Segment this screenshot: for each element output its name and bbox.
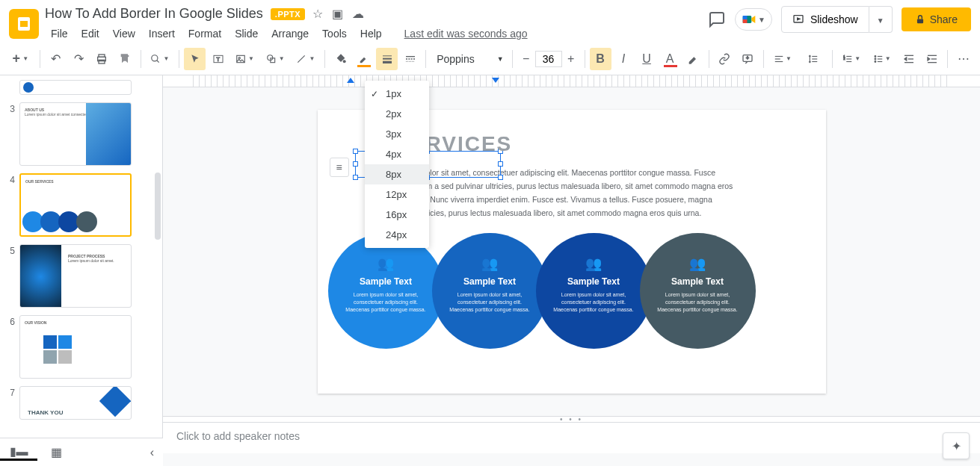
meet-button[interactable]: ▼ xyxy=(735,8,772,31)
slideshow-dropdown[interactable]: ▼ xyxy=(869,6,893,33)
link-button[interactable] xyxy=(714,48,736,70)
resize-handle[interactable] xyxy=(353,161,358,167)
line-tool[interactable]: ▼ xyxy=(292,48,321,70)
border-color-button[interactable] xyxy=(353,48,375,70)
slides-logo[interactable] xyxy=(9,9,39,39)
menu-bar: File Edit View Insert Format Slide Arran… xyxy=(45,25,702,43)
people-icon: 👥 xyxy=(549,255,638,272)
resize-handle[interactable] xyxy=(498,161,503,167)
highlight-button[interactable] xyxy=(682,48,704,70)
border-weight-option[interactable]: 16px xyxy=(365,205,429,225)
last-edit-link[interactable]: Last edit was seconds ago xyxy=(398,25,534,43)
scrollbar-thumb[interactable] xyxy=(155,173,161,240)
border-weight-option[interactable]: 4px xyxy=(365,144,429,164)
align-button[interactable]: ▼ xyxy=(768,48,798,70)
italic-button[interactable]: I xyxy=(613,48,635,70)
svg-rect-22 xyxy=(383,55,392,56)
textbox-tool[interactable]: T xyxy=(207,48,229,70)
zoom-button[interactable]: ▼ xyxy=(146,48,175,70)
new-slide-button[interactable]: +▼ xyxy=(6,48,35,70)
comment-button[interactable]: + xyxy=(737,48,759,70)
border-weight-option[interactable]: 12px xyxy=(365,184,429,205)
outdent-button[interactable] xyxy=(898,48,919,70)
line-spacing-button[interactable] xyxy=(798,48,828,70)
shape-tool[interactable]: ▼ xyxy=(261,48,290,70)
resize-handle[interactable] xyxy=(353,175,358,180)
indent-button[interactable] xyxy=(921,48,943,70)
bulleted-list-button[interactable]: ▼ xyxy=(867,48,896,70)
border-weight-option[interactable]: ✓1px xyxy=(365,84,429,104)
redo-button[interactable]: ↷ xyxy=(68,48,90,70)
menu-slide[interactable]: Slide xyxy=(229,25,264,43)
menu-view[interactable]: View xyxy=(107,25,141,43)
resize-handle[interactable] xyxy=(353,149,358,154)
move-icon[interactable]: ▣ xyxy=(332,7,343,21)
font-size-input[interactable] xyxy=(535,51,562,67)
font-family-select[interactable]: Poppins▼ xyxy=(431,53,508,65)
filmstrip-view-button[interactable]: ▮▬ xyxy=(0,444,37,461)
border-dash-button[interactable] xyxy=(399,48,421,70)
comments-icon[interactable] xyxy=(708,10,726,28)
select-tool[interactable] xyxy=(184,48,206,70)
menu-format[interactable]: Format xyxy=(182,25,227,43)
more-button[interactable]: ⋯ xyxy=(952,48,974,70)
slide-thumbnail[interactable]: THANK YOU xyxy=(19,386,132,420)
border-weight-option[interactable]: 8px xyxy=(365,164,429,184)
resize-handle[interactable] xyxy=(498,175,503,180)
circle-item[interactable]: 👥Sample TextLorem ipsum dolor sit amet, … xyxy=(432,233,548,349)
underline-button[interactable]: U xyxy=(636,48,658,70)
cloud-icon[interactable]: ☁ xyxy=(352,7,364,21)
image-tool[interactable]: ▼ xyxy=(230,48,259,70)
border-weight-option[interactable]: 2px xyxy=(365,104,429,124)
circle-item[interactable]: 👥Sample TextLorem ipsum dolor sit amet, … xyxy=(328,233,444,349)
slide-thumbnail[interactable]: ABOUT USLorem ipsum dolor sit amet conse… xyxy=(19,102,132,166)
svg-rect-23 xyxy=(383,58,392,59)
slide-thumbnail-selected[interactable]: OUR SERVICES xyxy=(19,173,132,237)
menu-insert[interactable]: Insert xyxy=(143,25,181,43)
explore-button[interactable]: ✦ xyxy=(943,432,970,459)
print-button[interactable] xyxy=(91,48,113,70)
menu-file[interactable]: File xyxy=(45,25,74,43)
thumb-number: 3 xyxy=(4,102,15,114)
horizontal-ruler[interactable] xyxy=(163,75,980,87)
border-weight-button[interactable] xyxy=(376,48,398,70)
paint-format-button[interactable] xyxy=(114,48,136,70)
menu-arrange[interactable]: Arrange xyxy=(265,25,315,43)
font-size-minus[interactable]: − xyxy=(517,50,535,68)
fill-color-button[interactable] xyxy=(330,48,351,70)
slide-thumbnail[interactable]: PROJECT PROCESSLorem ipsum dolor sit ame… xyxy=(19,244,132,308)
speaker-notes[interactable]: Click to add speaker notes xyxy=(163,422,980,453)
people-icon: 👥 xyxy=(342,255,431,272)
ruler-indent-marker[interactable] xyxy=(492,75,499,83)
slideshow-button[interactable]: Slideshow xyxy=(781,6,869,33)
chevron-down-icon: ▼ xyxy=(877,16,884,25)
star-icon[interactable]: ☆ xyxy=(312,7,323,21)
border-weight-option[interactable]: 3px xyxy=(365,124,429,144)
slide-thumbnail[interactable]: OUR VISION xyxy=(19,315,132,379)
circle-item[interactable]: 👥Sample TextLorem ipsum dolor sit amet, … xyxy=(536,233,652,349)
ruler-indent-marker[interactable] xyxy=(347,75,354,83)
numbered-list-button[interactable]: 12▼ xyxy=(837,48,866,70)
grid-view-button[interactable]: ▦ xyxy=(37,445,75,459)
menu-edit[interactable]: Edit xyxy=(75,25,105,43)
border-weight-option[interactable]: 24px xyxy=(365,225,429,245)
border-weight-menu: ✓1px 2px 3px 4px 8px 12px 16px 24px xyxy=(365,81,429,248)
menu-help[interactable]: Help xyxy=(354,25,388,43)
slide-title-text[interactable]: RVICES xyxy=(426,132,781,156)
slide-thumbnail[interactable] xyxy=(19,80,132,95)
thumb-number: 6 xyxy=(4,315,15,327)
svg-text:+: + xyxy=(746,55,749,60)
notes-resize-handle[interactable]: • • • xyxy=(163,416,980,422)
text-color-button[interactable]: A xyxy=(659,48,681,70)
svg-point-17 xyxy=(238,57,240,58)
menu-tools[interactable]: Tools xyxy=(316,25,353,43)
circle-item[interactable]: 👥Sample TextLorem ipsum dolor sit amet, … xyxy=(640,233,756,349)
doc-title[interactable]: How To Add Border In Google Slides xyxy=(45,6,263,22)
bold-button[interactable]: B xyxy=(590,48,611,70)
view-mode-bar: ▮▬ ▦ ‹ xyxy=(0,438,163,466)
undo-button[interactable]: ↶ xyxy=(45,48,67,70)
font-size-plus[interactable]: + xyxy=(562,50,580,68)
share-button[interactable]: Share xyxy=(902,7,971,31)
collapse-panel-button[interactable]: ‹ xyxy=(141,446,163,459)
align-floating-button[interactable]: ≡ xyxy=(330,158,349,177)
